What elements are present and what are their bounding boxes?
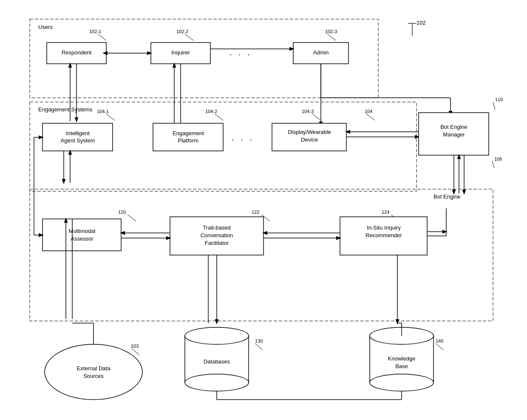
knowledge-base-bottom	[370, 374, 434, 391]
trait-based-label3: Facilitator	[205, 240, 229, 246]
external-data-ellipse	[45, 344, 142, 400]
ref-102-2: 102-2	[176, 29, 188, 34]
databases-label: Databases	[204, 358, 230, 365]
users-label: Users	[38, 24, 53, 30]
svg-line-28	[128, 215, 136, 221]
svg-line-2	[98, 34, 106, 40]
multimodal-assessor-label: Multimodal	[69, 228, 96, 234]
svg-line-44	[255, 343, 263, 350]
svg-line-45	[436, 343, 443, 350]
ref-102-1: 102-1	[89, 29, 101, 34]
svg-line-17	[312, 114, 321, 120]
ref-124: 124	[382, 210, 389, 215]
databases-top	[185, 327, 249, 344]
ellipsis-engagement: . . .	[232, 133, 254, 142]
intelligent-agent-label2: Agent System	[61, 137, 95, 144]
svg-line-24	[492, 161, 494, 168]
ref-104: 104	[365, 109, 372, 114]
svg-line-3	[185, 34, 193, 40]
ref-104-3: 104-3	[302, 109, 314, 114]
ref-110: 110	[495, 97, 503, 102]
ref-102-3: 102-3	[325, 29, 337, 34]
architecture-diagram: Users 102 Respondent 102-1 Inquirer 102-…	[0, 0, 527, 420]
external-data-label: External Data	[77, 365, 111, 372]
multimodal-assessor-box	[42, 219, 121, 251]
bot-engine-manager-label2: Manager	[443, 131, 465, 138]
svg-line-18	[366, 114, 375, 120]
trait-based-label2: Conversation	[201, 232, 233, 238]
ref-106: 106	[494, 156, 502, 162]
bot-engine-label: Bot Engine	[434, 193, 461, 200]
engagement-systems-label: Engagement Systems	[38, 106, 93, 113]
intelligent-agent-label: Intelligent	[66, 130, 90, 136]
svg-line-43	[132, 349, 139, 355]
ref-122: 122	[252, 210, 259, 215]
ref-103: 103	[131, 343, 139, 349]
ref-120: 120	[118, 210, 126, 215]
respondent-label: Respondent	[62, 49, 91, 56]
display-wearable-label: Display/Wearable	[288, 129, 331, 135]
svg-line-15	[106, 114, 115, 120]
external-data-label2: Sources	[83, 373, 104, 379]
insitu-inquiry-label: In-Situ Inquiry	[367, 224, 401, 231]
inquirer-label: Inquirer	[171, 49, 190, 56]
ref-102: 102	[416, 20, 426, 26]
svg-line-23	[493, 102, 495, 110]
ref-104-1: 104-1	[97, 109, 109, 114]
ref-104-2: 104-2	[205, 109, 217, 114]
ref-140: 140	[436, 338, 443, 343]
databases-bottom	[185, 374, 249, 391]
bot-engine-manager-label: Bot Engine	[440, 124, 468, 130]
display-wearable-label2: Device	[301, 136, 318, 143]
insitu-inquiry-label2: Recommender	[366, 232, 402, 238]
trait-based-label: Trait-based	[203, 224, 230, 231]
svg-line-4	[327, 34, 336, 40]
admin-label: Admin	[313, 49, 329, 56]
knowledge-base-label: Knowledge	[388, 355, 415, 362]
multimodal-assessor-label2: Assessor	[71, 236, 94, 242]
ref-130: 130	[255, 338, 263, 343]
engagement-platform-label2: Platform	[178, 137, 198, 144]
knowledge-base-label2: Base	[395, 363, 408, 369]
svg-line-16	[215, 114, 223, 120]
diagram-container: Users 102 Respondent 102-1 Inquirer 102-…	[0, 0, 527, 420]
engagement-platform-label: Engagement	[173, 130, 204, 136]
